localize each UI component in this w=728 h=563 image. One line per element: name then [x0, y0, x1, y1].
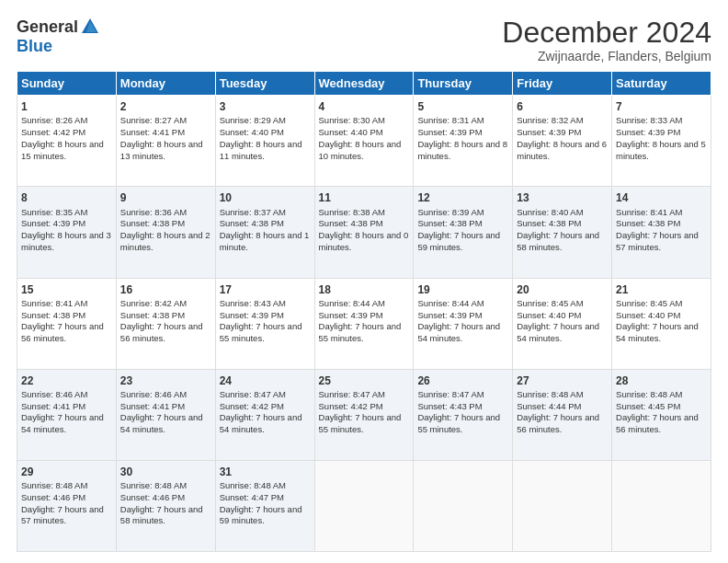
daylight-label: Daylight: 7 hours and 59 minutes.	[417, 230, 500, 252]
daylight-label: Daylight: 8 hours and 5 minutes.	[616, 139, 706, 161]
day-number: 10	[220, 190, 311, 205]
daylight-label: Daylight: 8 hours and 13 minutes.	[120, 139, 203, 161]
daylight-label: Daylight: 7 hours and 59 minutes.	[220, 504, 302, 526]
daylight-label: Daylight: 8 hours and 8 minutes.	[417, 139, 507, 161]
sunset-text: Sunset: 4:42 PM	[220, 401, 284, 411]
daylight-label: Daylight: 8 hours and 6 minutes.	[517, 139, 607, 161]
day-number: 1	[21, 99, 112, 114]
daylight-label: Daylight: 8 hours and 15 minutes.	[21, 139, 104, 161]
sunrise-text: Sunrise: 8:48 AM	[616, 389, 682, 399]
sunrise-text: Sunrise: 8:44 AM	[417, 298, 483, 308]
table-row: 15Sunrise: 8:41 AMSunset: 4:38 PMDayligh…	[17, 278, 117, 369]
daylight-label: Daylight: 7 hours and 54 minutes.	[21, 412, 104, 434]
sunrise-text: Sunrise: 8:47 AM	[220, 389, 286, 399]
day-number: 7	[616, 99, 707, 114]
sunrise-text: Sunrise: 8:46 AM	[120, 389, 187, 399]
sunset-text: Sunset: 4:40 PM	[319, 127, 383, 137]
daylight-label: Daylight: 7 hours and 56 minutes.	[517, 412, 599, 434]
sunrise-text: Sunrise: 8:48 AM	[120, 480, 187, 490]
table-row	[414, 460, 513, 551]
sunrise-text: Sunrise: 8:26 AM	[21, 115, 87, 125]
daylight-label: Daylight: 7 hours and 56 minutes.	[616, 412, 699, 434]
day-number: 13	[517, 190, 608, 205]
sunset-text: Sunset: 4:42 PM	[21, 127, 85, 137]
sunset-text: Sunset: 4:39 PM	[417, 310, 482, 320]
calendar-week-2: 8Sunrise: 8:35 AMSunset: 4:39 PMDaylight…	[17, 187, 711, 278]
col-saturday: Saturday	[612, 72, 711, 96]
table-row: 8Sunrise: 8:35 AMSunset: 4:39 PMDaylight…	[17, 187, 117, 278]
daylight-label: Daylight: 8 hours and 3 minutes.	[21, 230, 111, 252]
daylight-label: Daylight: 8 hours and 2 minutes.	[120, 230, 210, 252]
sunset-text: Sunset: 4:40 PM	[616, 310, 680, 320]
sunrise-text: Sunrise: 8:33 AM	[616, 115, 682, 125]
sunset-text: Sunset: 4:38 PM	[120, 218, 185, 228]
day-number: 28	[616, 373, 707, 388]
day-number: 6	[517, 99, 608, 114]
day-number: 22	[21, 373, 112, 388]
day-number: 27	[517, 373, 608, 388]
sunset-text: Sunset: 4:41 PM	[21, 401, 85, 411]
sunset-text: Sunset: 4:38 PM	[417, 218, 482, 228]
table-row: 11Sunrise: 8:38 AMSunset: 4:38 PMDayligh…	[314, 187, 414, 278]
table-row: 31Sunrise: 8:48 AMSunset: 4:47 PMDayligh…	[215, 460, 314, 551]
day-number: 23	[120, 373, 211, 388]
table-row: 20Sunrise: 8:45 AMSunset: 4:40 PMDayligh…	[513, 278, 612, 369]
sunset-text: Sunset: 4:45 PM	[616, 401, 680, 411]
sunset-text: Sunset: 4:39 PM	[417, 127, 482, 137]
sunset-text: Sunset: 4:42 PM	[319, 401, 383, 411]
sunset-text: Sunset: 4:38 PM	[21, 310, 85, 320]
calendar-week-3: 15Sunrise: 8:41 AMSunset: 4:38 PMDayligh…	[17, 278, 711, 369]
subtitle: Zwijnaarde, Flanders, Belgium	[502, 49, 711, 63]
sunrise-text: Sunrise: 8:46 AM	[21, 389, 87, 399]
daylight-label: Daylight: 7 hours and 54 minutes.	[517, 321, 599, 343]
table-row: 25Sunrise: 8:47 AMSunset: 4:42 PMDayligh…	[314, 369, 414, 460]
table-row: 16Sunrise: 8:42 AMSunset: 4:38 PMDayligh…	[116, 278, 215, 369]
table-row	[612, 460, 711, 551]
day-number: 17	[220, 282, 311, 297]
daylight-label: Daylight: 7 hours and 56 minutes.	[120, 321, 203, 343]
sunrise-text: Sunrise: 8:42 AM	[120, 298, 187, 308]
daylight-label: Daylight: 7 hours and 56 minutes.	[21, 321, 104, 343]
day-number: 4	[319, 99, 410, 114]
day-number: 19	[417, 282, 508, 297]
sunset-text: Sunset: 4:40 PM	[220, 127, 284, 137]
sunset-text: Sunset: 4:38 PM	[616, 218, 680, 228]
sunrise-text: Sunrise: 8:44 AM	[319, 298, 385, 308]
daylight-label: Daylight: 8 hours and 11 minutes.	[220, 139, 302, 161]
sunrise-text: Sunrise: 8:29 AM	[220, 115, 286, 125]
day-number: 9	[120, 190, 211, 205]
sunrise-text: Sunrise: 8:27 AM	[120, 115, 187, 125]
table-row: 18Sunrise: 8:44 AMSunset: 4:39 PMDayligh…	[314, 278, 414, 369]
table-row: 4Sunrise: 8:30 AMSunset: 4:40 PMDaylight…	[314, 96, 414, 187]
daylight-label: Daylight: 7 hours and 58 minutes.	[120, 504, 203, 526]
sunrise-text: Sunrise: 8:35 AM	[21, 207, 87, 217]
sunrise-text: Sunrise: 8:40 AM	[517, 207, 583, 217]
day-number: 18	[319, 282, 410, 297]
col-tuesday: Tuesday	[215, 72, 314, 96]
day-number: 15	[21, 282, 112, 297]
col-monday: Monday	[116, 72, 215, 96]
table-row: 3Sunrise: 8:29 AMSunset: 4:40 PMDaylight…	[215, 96, 314, 187]
daylight-label: Daylight: 7 hours and 57 minutes.	[21, 504, 104, 526]
table-row: 10Sunrise: 8:37 AMSunset: 4:38 PMDayligh…	[215, 187, 314, 278]
header-row: Sunday Monday Tuesday Wednesday Thursday…	[17, 72, 711, 96]
title-block: December 2024 Zwijnaarde, Flanders, Belg…	[502, 17, 711, 63]
daylight-label: Daylight: 7 hours and 55 minutes.	[417, 412, 500, 434]
table-row: 29Sunrise: 8:48 AMSunset: 4:46 PMDayligh…	[17, 460, 117, 551]
daylight-label: Daylight: 7 hours and 58 minutes.	[517, 230, 599, 252]
logo-icon	[80, 17, 100, 37]
sunrise-text: Sunrise: 8:39 AM	[417, 207, 483, 217]
day-number: 25	[319, 373, 410, 388]
sunrise-text: Sunrise: 8:37 AM	[220, 207, 286, 217]
sunrise-text: Sunrise: 8:32 AM	[517, 115, 583, 125]
sunset-text: Sunset: 4:39 PM	[517, 127, 581, 137]
sunrise-text: Sunrise: 8:31 AM	[417, 115, 483, 125]
sunset-text: Sunset: 4:46 PM	[21, 492, 85, 502]
sunset-text: Sunset: 4:39 PM	[319, 310, 383, 320]
calendar-week-4: 22Sunrise: 8:46 AMSunset: 4:41 PMDayligh…	[17, 369, 711, 460]
table-row	[513, 460, 612, 551]
sunset-text: Sunset: 4:38 PM	[517, 218, 581, 228]
col-thursday: Thursday	[414, 72, 513, 96]
col-friday: Friday	[513, 72, 612, 96]
sunrise-text: Sunrise: 8:43 AM	[220, 298, 286, 308]
